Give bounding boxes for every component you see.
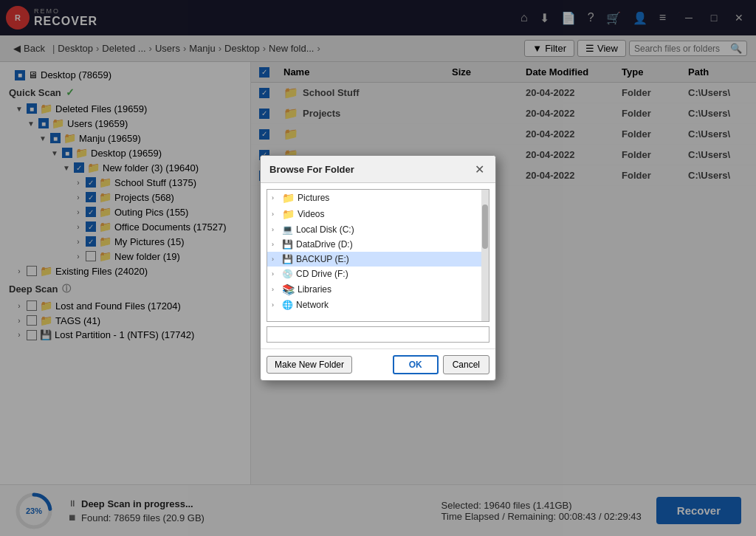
libraries-label: Libraries bbox=[298, 284, 331, 295]
modal-title: Browse For Folder bbox=[269, 164, 354, 175]
cd-drive-f-label: CD Drive (F:) bbox=[296, 269, 348, 279]
tree-expand-icon: › bbox=[272, 286, 279, 293]
modal-title-bar: Browse For Folder ✕ bbox=[261, 156, 495, 183]
modal-overlay: Browse For Folder ✕ › 📁 Pictures › 📁 Vid… bbox=[0, 0, 756, 536]
tree-item-pictures[interactable]: › 📁 Pictures bbox=[267, 190, 489, 206]
libraries-folder-icon: 📚 bbox=[282, 284, 295, 295]
cancel-button[interactable]: Cancel bbox=[443, 355, 489, 374]
pictures-folder-icon: 📁 bbox=[282, 192, 295, 204]
videos-folder-icon: 📁 bbox=[282, 208, 295, 220]
tree-item-datadrive-d[interactable]: › 💾 DataDrive (D:) bbox=[267, 237, 489, 252]
folder-tree[interactable]: › 📁 Pictures › 📁 Videos › 💻 Local Disk (… bbox=[267, 189, 489, 322]
tree-expand-icon: › bbox=[272, 194, 279, 202]
drive-d-icon: 💾 bbox=[282, 239, 293, 250]
tree-expand-icon: › bbox=[272, 255, 279, 263]
network-label: Network bbox=[296, 300, 329, 310]
drive-e-icon: 💾 bbox=[282, 254, 293, 264]
ok-button[interactable]: OK bbox=[393, 355, 439, 374]
pictures-label: Pictures bbox=[298, 193, 329, 203]
modal-path-bar bbox=[267, 326, 489, 343]
modal-close-button[interactable]: ✕ bbox=[472, 162, 487, 176]
tree-expand-icon: › bbox=[272, 241, 279, 248]
tree-expand-icon: › bbox=[272, 210, 279, 218]
tree-item-videos[interactable]: › 📁 Videos bbox=[267, 206, 489, 222]
videos-label: Videos bbox=[298, 209, 324, 219]
cd-f-icon: 💿 bbox=[282, 269, 293, 279]
tree-item-cd-f[interactable]: › 💿 CD Drive (F:) bbox=[267, 267, 489, 281]
tree-item-network[interactable]: › 🌐 Network bbox=[267, 298, 489, 312]
ok-cancel-group: OK Cancel bbox=[393, 355, 489, 374]
drive-c-icon: 💻 bbox=[282, 224, 293, 235]
make-new-folder-button[interactable]: Make New Folder bbox=[267, 356, 352, 374]
tree-expand-icon: › bbox=[272, 301, 279, 309]
tree-expand-icon: › bbox=[272, 270, 279, 278]
scrollbar-track[interactable] bbox=[481, 190, 489, 321]
modal-body: › 📁 Pictures › 📁 Videos › 💻 Local Disk (… bbox=[261, 183, 495, 348]
modal-footer: Make New Folder OK Cancel bbox=[261, 348, 495, 380]
datadrive-d-label: DataDrive (D:) bbox=[296, 239, 353, 250]
local-disk-c-label: Local Disk (C:) bbox=[296, 224, 354, 235]
scrollbar-thumb[interactable] bbox=[482, 205, 488, 249]
backup-e-label: BACKUP (E:) bbox=[296, 254, 349, 264]
tree-expand-icon: › bbox=[272, 226, 279, 233]
tree-item-backup-e[interactable]: › 💾 BACKUP (E:) bbox=[267, 252, 489, 267]
network-icon: 🌐 bbox=[282, 300, 293, 310]
browse-folder-modal: Browse For Folder ✕ › 📁 Pictures › 📁 Vid… bbox=[260, 155, 496, 381]
tree-item-libraries[interactable]: › 📚 Libraries bbox=[267, 281, 489, 298]
tree-item-local-c[interactable]: › 💻 Local Disk (C:) bbox=[267, 222, 489, 237]
